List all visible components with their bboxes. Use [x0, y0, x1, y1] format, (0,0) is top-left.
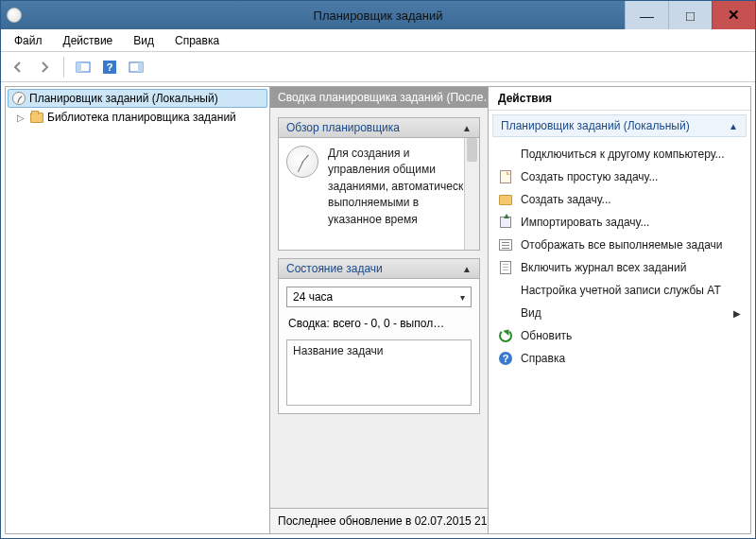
action-view-submenu[interactable]: Вид ▶	[492, 302, 747, 324]
scheduler-icon	[12, 92, 26, 105]
show-hide-tree-button[interactable]	[72, 56, 94, 78]
panel-icon	[76, 60, 91, 75]
scrollbar[interactable]	[464, 138, 479, 250]
minimize-button[interactable]: —	[625, 1, 668, 29]
blank-icon	[498, 305, 513, 321]
close-button[interactable]: ✕	[712, 1, 755, 29]
action-import-task[interactable]: Импортировать задачу...	[492, 211, 747, 234]
task-list[interactable]: Название задачи	[286, 339, 472, 406]
tree-library-node[interactable]: ▷ Библиотека планировщика заданий	[8, 108, 267, 127]
overview-text: Для создания и управления общими задания…	[328, 146, 472, 242]
tree-panel: Планировщик заданий (Локальный) ▷ Библио…	[6, 87, 270, 533]
show-hide-actions-button[interactable]	[125, 56, 147, 78]
overview-section-header[interactable]: Обзор планировщика ▲	[278, 117, 480, 137]
chevron-up-icon: ▲	[462, 264, 472, 274]
action-help[interactable]: ? Справка	[492, 347, 747, 370]
action-create-task[interactable]: Создать задачу...	[492, 188, 747, 211]
period-value: 24 часа	[293, 290, 333, 304]
tree-root-label: Планировщик заданий (Локальный)	[29, 92, 218, 105]
help-icon: ?	[498, 351, 513, 366]
chevron-up-icon: ▲	[729, 121, 738, 131]
window-controls: — □ ✕	[625, 1, 755, 29]
action-label: Обновить	[521, 329, 572, 342]
tree-library-label: Библиотека планировщика заданий	[47, 111, 236, 124]
menu-view[interactable]: Вид	[124, 31, 163, 50]
document-icon	[498, 169, 513, 184]
status-section-header[interactable]: Состояние задачи ▲	[278, 258, 480, 278]
action-refresh[interactable]: Обновить	[492, 324, 747, 347]
status-title: Состояние задачи	[286, 262, 383, 275]
list-icon	[498, 237, 513, 252]
action-connect[interactable]: Подключиться к другому компьютеру...	[492, 143, 747, 165]
summary-panel: Сводка планировщика заданий (После… Обзо…	[270, 87, 488, 533]
overview-body: Для создания и управления общими задания…	[278, 137, 480, 251]
period-dropdown[interactable]: 24 часа ▾	[286, 287, 472, 307]
actions-panel: Действия Планировщик заданий (Локальный)…	[488, 87, 750, 533]
folder-icon	[30, 113, 43, 123]
chevron-right-icon: ▶	[733, 308, 741, 319]
actions-list: Подключиться к другому компьютеру... Соз…	[489, 141, 750, 372]
app-icon	[7, 8, 22, 23]
nav-back-button[interactable]	[7, 56, 29, 78]
panel-right-icon	[129, 60, 144, 75]
summary-text: Сводка: всего - 0, 0 - выпол…	[286, 315, 472, 332]
app-window: Планировщик заданий — □ ✕ Файл Действие …	[0, 0, 756, 539]
action-create-basic-task[interactable]: Создать простую задачу...	[492, 165, 747, 188]
expand-icon[interactable]: ▷	[15, 113, 26, 123]
blank-icon	[498, 283, 513, 298]
action-at-service[interactable]: Настройка учетной записи службы AT	[492, 279, 747, 302]
action-label: Создать задачу...	[521, 193, 611, 206]
action-label: Справка	[521, 352, 565, 365]
content-area: Планировщик заданий (Локальный) ▷ Библио…	[5, 86, 751, 534]
svg-rect-1	[77, 62, 81, 72]
menubar: Файл Действие Вид Справка	[1, 29, 755, 52]
journal-icon	[498, 260, 513, 275]
action-label: Подключиться к другому компьютеру...	[521, 148, 725, 161]
overview-title: Обзор планировщика	[286, 121, 400, 134]
status-section: Состояние задачи ▲ 24 часа ▾ Сводка: все…	[278, 258, 480, 414]
action-enable-history[interactable]: Включить журнал всех заданий	[492, 256, 747, 279]
svg-text:?: ?	[107, 61, 113, 73]
help-icon: ?	[102, 60, 117, 75]
summary-header: Сводка планировщика заданий (После…	[270, 87, 488, 108]
blank-icon	[498, 147, 513, 162]
titlebar: Планировщик заданий — □ ✕	[1, 1, 755, 29]
menu-action[interactable]: Действие	[54, 31, 123, 50]
window-title: Планировщик заданий	[314, 9, 443, 23]
folder-icon	[498, 192, 513, 207]
actions-title: Действия	[489, 87, 750, 111]
svg-rect-5	[138, 62, 143, 72]
action-label: Вид	[521, 306, 541, 320]
scrollbar-thumb[interactable]	[467, 138, 477, 162]
menu-help[interactable]: Справка	[165, 31, 229, 50]
task-list-header: Название задачи	[293, 344, 465, 357]
refresh-icon	[498, 328, 513, 343]
nav-forward-button[interactable]	[33, 56, 56, 78]
action-show-running[interactable]: Отображать все выполняемые задачи	[492, 234, 747, 256]
chevron-up-icon: ▲	[462, 123, 472, 133]
help-toolbar-button[interactable]: ?	[98, 56, 121, 78]
chevron-down-icon: ▾	[460, 292, 465, 303]
action-label: Настройка учетной записи службы AT	[521, 284, 721, 297]
maximize-button[interactable]: □	[668, 1, 712, 29]
action-label: Создать простую задачу...	[521, 170, 658, 183]
menu-file[interactable]: Файл	[5, 31, 52, 50]
tree-root-node[interactable]: Планировщик заданий (Локальный)	[8, 89, 267, 108]
arrow-left-icon	[10, 60, 26, 75]
summary-footer: Последнее обновление в 02.07.2015 21:	[270, 508, 488, 533]
status-body: 24 часа ▾ Сводка: всего - 0, 0 - выпол… …	[278, 278, 480, 414]
overview-section: Обзор планировщика ▲ Для создания и упра…	[278, 117, 480, 251]
action-label: Импортировать задачу...	[521, 216, 649, 229]
arrow-right-icon	[37, 60, 52, 75]
action-label: Включить журнал всех заданий	[521, 261, 686, 274]
clock-icon	[286, 146, 318, 178]
toolbar: ?	[1, 52, 755, 82]
toolbar-separator	[63, 57, 64, 78]
action-label: Отображать все выполняемые задачи	[521, 238, 723, 252]
actions-subtitle: Планировщик заданий (Локальный)	[501, 119, 690, 132]
actions-subtitle-bar[interactable]: Планировщик заданий (Локальный) ▲	[492, 114, 747, 137]
summary-body: Обзор планировщика ▲ Для создания и упра…	[270, 108, 488, 508]
import-icon	[498, 215, 513, 230]
